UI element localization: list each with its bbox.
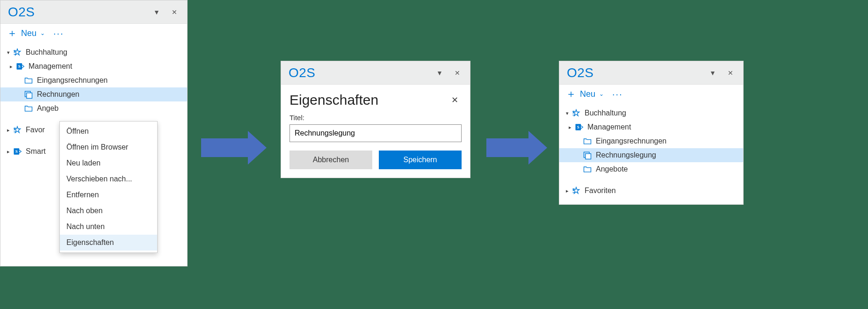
panel-before: O2S ▼ ✕ ＋ Neu ⌄ ··· ▾ Buchhaltung ▸ Mana… <box>0 0 188 266</box>
tree: ▾ Buchhaltung ▸ Management • Eingangsrec… <box>559 103 743 204</box>
ctx-open-browser[interactable]: Öffnen im Browser <box>60 139 157 155</box>
dialog-head: Eigenschaften ✕ <box>289 90 462 114</box>
new-button[interactable]: ＋ Neu ⌄ <box>566 89 604 99</box>
favorites-star-icon <box>13 48 22 57</box>
title-input[interactable] <box>289 124 462 142</box>
sharepoint-icon <box>574 122 584 132</box>
tree-item-buchhaltung[interactable]: ▾ Buchhaltung <box>0 45 187 59</box>
folder-icon <box>24 104 33 113</box>
panel-close-button[interactable]: ✕ <box>166 4 182 20</box>
tree-item-management[interactable]: ▸ Management <box>0 59 187 73</box>
panel-header: O2S ▼ ✕ <box>559 61 743 85</box>
flow-arrow-icon <box>201 131 267 165</box>
panel-after: O2S ▼ ✕ ＋ Neu ⌄ ··· ▾ Buchhaltung ▸ Mana… <box>559 61 744 205</box>
more-button[interactable]: ··· <box>53 28 64 39</box>
tree-item-favoriten[interactable]: ▸ Favoriten <box>559 184 743 198</box>
app-title: O2S <box>8 5 35 20</box>
properties-dialog: O2S ▼ ✕ Eigenschaften ✕ Titel: Abbrechen… <box>281 61 470 178</box>
tree-label: Management <box>587 123 631 131</box>
tree-label: Management <box>29 62 72 71</box>
ctx-remove[interactable]: Entfernen <box>60 187 157 203</box>
panel-collapse-button[interactable]: ▼ <box>432 65 448 81</box>
app-title: O2S <box>567 65 594 80</box>
panel-close-button[interactable]: ✕ <box>723 65 738 81</box>
tree-label: Angebote <box>596 165 628 173</box>
dialog-close-button[interactable]: ✕ <box>448 95 462 105</box>
tree-label: Favor <box>26 126 45 134</box>
title-field-label: Titel: <box>289 114 462 122</box>
caret-right-icon: ▸ <box>567 124 573 130</box>
dialog-title: Eigenschaften <box>289 92 378 108</box>
panel-header: O2S ▼ ✕ <box>0 0 187 24</box>
ctx-up[interactable]: Nach oben <box>60 203 157 219</box>
favorites-star-icon <box>571 108 581 118</box>
cancel-button[interactable]: Abbrechen <box>289 151 372 169</box>
ctx-properties[interactable]: Eigenschaften <box>60 235 157 251</box>
tree-label: Smart <box>26 147 46 156</box>
caret-down-icon: ▾ <box>564 110 571 116</box>
tree-label: Eingangsrechnungen <box>37 76 108 85</box>
tree-label: Rechnungen <box>37 90 80 99</box>
library-icon <box>583 151 592 160</box>
sharepoint-icon <box>13 147 22 156</box>
ctx-move[interactable]: Verschieben nach... <box>60 171 157 187</box>
tree-item-rechnungen[interactable]: • Rechnungen <box>0 87 187 101</box>
dialog-body: Eigenschaften ✕ Titel: Abbrechen Speiche… <box>281 85 470 178</box>
tree-label: Favoriten <box>585 187 616 195</box>
tree-label: Rechnungslegung <box>596 151 656 159</box>
tree-item-eingangsrechnungen[interactable]: • Eingangsrechnungen <box>559 134 743 148</box>
favorites-star-icon <box>13 125 22 135</box>
panel-collapse-button[interactable]: ▼ <box>705 65 721 81</box>
caret-right-icon: ▸ <box>5 149 12 155</box>
caret-right-icon: ▸ <box>8 64 14 70</box>
context-menu: Öffnen Öffnen im Browser Neu laden Versc… <box>59 121 158 253</box>
chevron-down-icon: ⌄ <box>599 91 604 97</box>
tree-item-eingangsrechnungen[interactable]: • Eingangsrechnungen <box>0 73 187 87</box>
toolbar: ＋ Neu ⌄ ··· <box>0 24 187 43</box>
tree-label: Angeb <box>37 104 58 113</box>
folder-icon <box>583 137 592 146</box>
chevron-down-icon: ⌄ <box>40 30 45 36</box>
toolbar: ＋ Neu ⌄ ··· <box>559 85 743 103</box>
ctx-down[interactable]: Nach unten <box>60 219 157 235</box>
plus-icon: ＋ <box>7 28 17 38</box>
tree-item-angebote[interactable]: • Angeb <box>0 101 187 115</box>
tree-label: Buchhaltung <box>26 48 67 57</box>
app-title: O2S <box>289 65 316 80</box>
caret-right-icon: ▸ <box>564 188 571 194</box>
caret-right-icon: ▸ <box>5 127 12 133</box>
tree-item-rechnungslegung[interactable]: • Rechnungslegung <box>559 148 743 162</box>
tree-label: Buchhaltung <box>585 109 626 117</box>
ctx-reload[interactable]: Neu laden <box>60 155 157 171</box>
favorites-star-icon <box>571 186 581 195</box>
tree-label: Eingangsrechnungen <box>596 137 666 145</box>
panel-collapse-button[interactable]: ▼ <box>149 4 165 20</box>
folder-icon <box>24 76 33 85</box>
tree-item-management[interactable]: ▸ Management <box>559 120 743 134</box>
panel-header: O2S ▼ ✕ <box>281 61 470 85</box>
panel-close-button[interactable]: ✕ <box>449 65 465 81</box>
folder-icon <box>583 165 592 174</box>
new-button[interactable]: ＋ Neu ⌄ <box>7 28 45 38</box>
flow-arrow-icon <box>486 131 547 165</box>
library-icon <box>24 90 33 99</box>
new-label: Neu <box>21 29 36 38</box>
ctx-open[interactable]: Öffnen <box>60 123 157 139</box>
sharepoint-icon <box>15 62 25 71</box>
plus-icon: ＋ <box>566 89 576 99</box>
tree-item-buchhaltung[interactable]: ▾ Buchhaltung <box>559 106 743 120</box>
tree-item-angebote[interactable]: • Angebote <box>559 162 743 176</box>
caret-down-icon: ▾ <box>5 50 12 56</box>
more-button[interactable]: ··· <box>612 89 623 100</box>
new-label: Neu <box>580 89 595 99</box>
save-button[interactable]: Speichern <box>379 151 462 169</box>
